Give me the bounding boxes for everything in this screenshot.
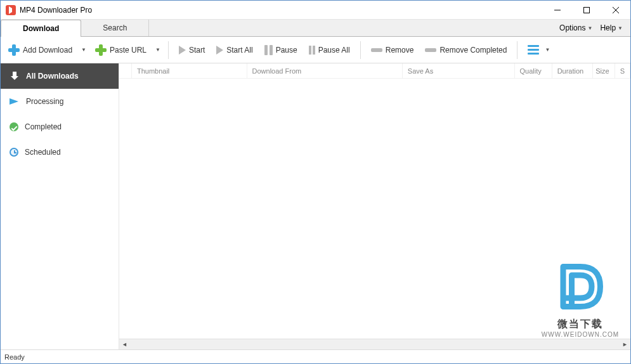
pause-button[interactable]: Pause [259,42,302,58]
sidebar-item-processing[interactable]: Processing [1,89,119,114]
scroll-right-button[interactable]: ► [620,339,630,350]
menu-options[interactable]: Options▼ [557,22,595,34]
separator [360,41,361,59]
grid-body[interactable] [119,79,630,339]
separator [517,41,517,59]
clock-icon [10,148,18,157]
window-title: MP4 Downloader Pro [20,6,92,15]
svg-rect-1 [584,7,590,13]
col-quality[interactable]: Quality [515,63,552,78]
add-download-button[interactable]: Add Download [3,42,77,58]
sidebar-item-label: Completed [25,122,62,131]
menu-label: Help [600,23,616,32]
chevron-down-icon: ▼ [542,47,552,53]
main-panel: Thumbnail Download From Save As Quality … [119,63,630,349]
chevron-down-icon: ▼ [587,25,592,31]
app-icon [6,5,16,15]
start-all-button[interactable]: Start All [211,43,257,57]
button-label: Add Download [23,46,72,55]
plus-icon [8,44,20,56]
pause-all-icon [309,46,315,55]
scroll-track[interactable] [130,339,620,350]
list-icon [528,45,539,55]
status-bar: Ready [1,349,630,363]
play-icon [179,46,186,55]
sidebar-item-scheduled[interactable]: Scheduled [1,140,119,165]
col-label: Size [595,67,609,75]
download-icon [10,72,20,81]
sidebar-item-label: Processing [26,97,63,106]
arrow-right-icon [10,98,20,105]
window-controls [543,1,630,20]
button-label: Pause All [318,46,350,55]
tab-label: Download [23,24,59,33]
sidebar-item-all-downloads[interactable]: All Downloads [1,63,119,89]
menu-help[interactable]: Help▼ [597,22,625,34]
sidebar-item-label: All Downloads [26,72,79,81]
remove-completed-button[interactable]: Remove Completed [420,43,512,57]
titlebar: MP4 Downloader Pro [1,1,630,20]
button-label: Remove Completed [439,46,507,55]
check-icon [10,122,18,131]
sidebar-item-completed[interactable]: Completed [1,114,119,140]
plus-icon [95,44,107,56]
tab-strip: Download Search Options▼ Help▼ [1,20,630,37]
button-label: Start [189,46,205,55]
col-label: Quality [520,67,542,75]
sidebar: All Downloads Processing Completed Sched… [1,63,119,349]
col-download-from[interactable]: Download From [247,63,403,78]
separator [168,41,169,59]
close-button[interactable] [601,1,630,20]
col-label: Duration [557,67,584,75]
col-label: Download From [252,67,302,75]
add-download-dropdown[interactable]: ▼ [79,47,89,53]
button-label: Paste URL [110,46,146,55]
status-text: Ready [4,353,25,361]
scroll-left-button[interactable]: ◄ [119,339,130,350]
paste-url-button[interactable]: Paste URL [90,42,152,58]
horizontal-scrollbar[interactable]: ◄ ► [119,339,630,349]
tab-label: Search [103,23,127,32]
col-label: S [620,67,625,75]
col-label: Save As [408,67,433,75]
col-save-as[interactable]: Save As [403,63,515,78]
minus-icon [425,48,436,52]
play-icon [216,46,223,55]
pause-all-button[interactable]: Pause All [304,43,355,57]
sidebar-item-label: Scheduled [25,148,61,157]
body: All Downloads Processing Completed Sched… [1,63,630,349]
tab-search[interactable]: Search [81,20,149,36]
paste-url-dropdown[interactable]: ▼ [153,47,163,53]
button-label: Start All [226,46,252,55]
button-label: Remove [386,46,414,55]
col-thumbnail[interactable]: Thumbnail [132,63,247,78]
col-size[interactable]: Size [593,63,615,78]
start-button[interactable]: Start [174,43,210,57]
remove-button[interactable]: Remove [366,43,419,57]
menu-bar: Options▼ Help▼ [557,20,630,36]
minus-icon [371,48,382,52]
toolbar: Add Download ▼ Paste URL ▼ Start Start A… [1,37,630,63]
button-label: Pause [276,46,297,55]
minimize-button[interactable] [543,1,572,20]
col-label: Thumbnail [137,67,169,75]
pause-icon [264,45,273,55]
chevron-down-icon: ▼ [618,25,623,31]
col-duration[interactable]: Duration [552,63,593,78]
maximize-button[interactable] [572,1,601,20]
menu-label: Options [559,23,585,32]
grid-header: Thumbnail Download From Save As Quality … [119,63,630,79]
tab-download[interactable]: Download [1,20,81,37]
view-list-button[interactable]: ▼ [523,42,557,57]
col-extra[interactable]: S [615,63,630,78]
col-checkbox[interactable] [119,63,132,78]
